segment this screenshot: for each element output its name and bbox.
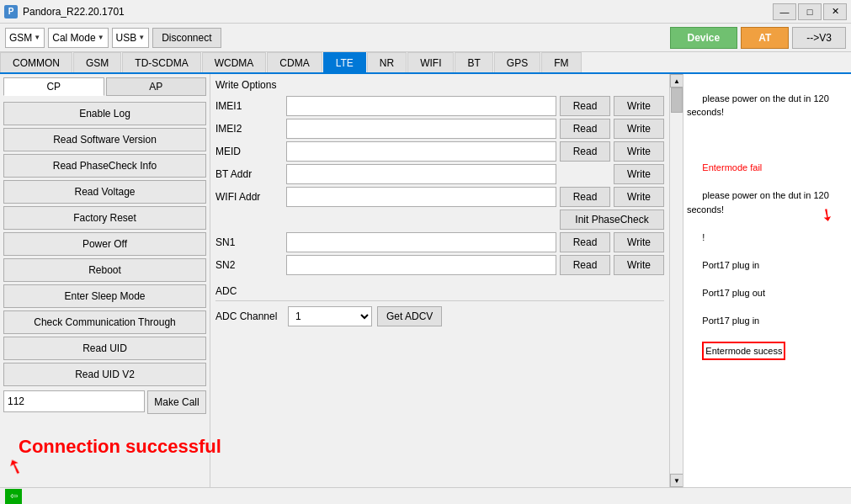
gsm-arrow-icon: ▼: [34, 34, 40, 41]
read-voltage-button[interactable]: Read Voltage: [3, 180, 206, 204]
log-line-entermode-fail: Entermode fail: [702, 162, 762, 172]
log-line-entermode-success: Entermode sucess: [702, 342, 785, 361]
wifiaddr-label: WIFI Addr: [215, 187, 283, 207]
imei2-label: IMEI2: [215, 119, 283, 139]
sn2-input[interactable]: [286, 255, 556, 275]
sn1-input[interactable]: [286, 232, 556, 252]
status-bar: ⇦ Connection successful ➘: [0, 487, 851, 504]
field-grid: IMEI1 Read Write IMEI2 Read Write MEID R…: [215, 96, 664, 275]
tab-gsm[interactable]: GSM: [73, 52, 121, 72]
init-phasecheck-button[interactable]: Init PhaseCheck: [560, 210, 664, 230]
log-line-1: please power on the dut in 120 seconds!: [687, 93, 832, 118]
imei2-read-button[interactable]: Read: [560, 119, 610, 139]
usb-arrow-icon: ▼: [138, 34, 145, 41]
read-phasecheck-info-button[interactable]: Read PhaseCheck Info: [3, 154, 206, 178]
phone-row: Make Call: [3, 390, 206, 414]
subtab-cp[interactable]: CP: [3, 77, 104, 96]
tab-cdma[interactable]: CDMA: [267, 52, 322, 72]
sn1-label: SN1: [215, 232, 283, 252]
log-line-2: please power on the dut in 120 seconds!: [687, 190, 832, 215]
power-off-button[interactable]: Power Off: [3, 232, 206, 256]
tab-wifi[interactable]: WIFI: [407, 52, 454, 72]
subtab-ap[interactable]: AP: [106, 77, 207, 96]
tab-common[interactable]: COMMON: [0, 52, 72, 72]
imei2-input[interactable]: [286, 119, 556, 139]
meid-read-button[interactable]: Read: [560, 141, 610, 162]
imei1-label: IMEI1: [215, 96, 283, 116]
gsm-dropdown[interactable]: GSM ▼: [5, 28, 45, 48]
usb-dropdown[interactable]: USB ▼: [112, 28, 150, 48]
adc-row: ADC Channel 1 2 3 Get ADCV: [215, 306, 664, 326]
read-uid-v2-button[interactable]: Read UID V2: [3, 363, 206, 386]
meid-write-button[interactable]: Write: [614, 141, 664, 162]
btaddr-input[interactable]: [286, 164, 556, 184]
meid-input[interactable]: [286, 141, 556, 162]
make-call-button[interactable]: Make Call: [147, 390, 206, 414]
imei1-write-button[interactable]: Write: [614, 96, 664, 116]
enter-sleep-mode-button[interactable]: Enter Sleep Mode: [3, 284, 206, 308]
tab-bt[interactable]: BT: [455, 52, 492, 72]
scroll-up-button[interactable]: ▲: [670, 74, 683, 88]
reboot-button[interactable]: Reboot: [3, 258, 206, 282]
v3-button[interactable]: -->V3: [792, 27, 846, 49]
sub-tabs: CP AP: [3, 77, 206, 96]
right-panel: Write Options IMEI1 Read Write IMEI2 Rea…: [210, 74, 669, 487]
btaddr-label: BT Addr: [215, 164, 283, 184]
disconnect-button[interactable]: Disconnect: [152, 28, 221, 48]
at-button[interactable]: AT: [741, 27, 789, 49]
calmode-arrow-icon: ▼: [98, 34, 104, 41]
center-content: Write Options IMEI1 Read Write IMEI2 Rea…: [210, 74, 683, 487]
check-communication-through-button[interactable]: Check Communication Through: [3, 310, 206, 334]
scrollbar[interactable]: ▲ ▼: [669, 74, 683, 487]
adc-channel-label: ADC Channel: [215, 310, 283, 322]
scroll-thumb[interactable]: [671, 88, 683, 113]
tab-fm[interactable]: FM: [541, 52, 581, 72]
app-title: Pandora_R22.20.1701: [23, 6, 773, 18]
meid-label: MEID: [215, 141, 283, 162]
tab-lte[interactable]: LTE: [323, 52, 366, 72]
log-line-3: !: [702, 232, 705, 242]
main-area: CP AP Enable Log Read Software Version R…: [0, 74, 851, 487]
wifiaddr-write-button[interactable]: Write: [614, 187, 664, 207]
read-uid-button[interactable]: Read UID: [3, 337, 206, 360]
adc-channel-select[interactable]: 1 2 3: [288, 306, 372, 326]
wifiaddr-input[interactable]: [286, 187, 556, 207]
sn2-label: SN2: [215, 255, 283, 275]
calmode-dropdown[interactable]: Cal Mode ▼: [48, 28, 108, 48]
device-button[interactable]: Device: [670, 27, 738, 49]
adc-section: ADC ADC Channel 1 2 3 Get ADCV: [215, 285, 664, 326]
tab-gps[interactable]: GPS: [494, 52, 540, 72]
write-options-label: Write Options: [215, 79, 664, 91]
close-button[interactable]: ✕: [823, 3, 847, 20]
imei2-write-button[interactable]: Write: [614, 119, 664, 139]
phone-input[interactable]: [3, 390, 145, 412]
log-line-port17-in: Port17 plug in: [702, 260, 759, 270]
sn2-write-button[interactable]: Write: [614, 255, 664, 275]
factory-reset-button[interactable]: Factory Reset: [3, 206, 206, 230]
left-panel: CP AP Enable Log Read Software Version R…: [0, 74, 210, 487]
sn1-read-button[interactable]: Read: [560, 232, 610, 252]
app-icon: P: [4, 5, 18, 19]
enable-log-button[interactable]: Enable Log: [3, 102, 206, 125]
scroll-down-button[interactable]: ▼: [670, 474, 683, 487]
imei1-read-button[interactable]: Read: [560, 96, 610, 116]
btaddr-write-button[interactable]: Write: [614, 164, 664, 184]
sn1-write-button[interactable]: Write: [614, 232, 664, 252]
minimize-button[interactable]: —: [773, 3, 796, 20]
tab-tdscdma[interactable]: TD-SCDMA: [122, 52, 200, 72]
tab-nr[interactable]: NR: [367, 52, 407, 72]
scroll-track[interactable]: [670, 88, 683, 474]
maximize-button[interactable]: □: [798, 3, 822, 20]
tab-wcdma[interactable]: WCDMA: [202, 52, 267, 72]
window-controls: — □ ✕: [773, 3, 847, 20]
wifiaddr-read-button[interactable]: Read: [560, 187, 610, 207]
tab-bar: COMMON GSM TD-SCDMA WCDMA CDMA LTE NR WI…: [0, 52, 851, 74]
toolbar: GSM ▼ Cal Mode ▼ USB ▼ Disconnect Device…: [0, 24, 851, 52]
imei1-input[interactable]: [286, 96, 556, 116]
sn2-read-button[interactable]: Read: [560, 255, 610, 275]
read-software-version-button[interactable]: Read Software Version: [3, 128, 206, 151]
log-text: please power on the dut in 120 seconds! …: [687, 77, 848, 374]
get-adcv-button[interactable]: Get ADCV: [377, 306, 442, 326]
usb-status-icon: ⇦: [5, 489, 22, 504]
toolbar-right: Device AT -->V3: [670, 27, 847, 49]
